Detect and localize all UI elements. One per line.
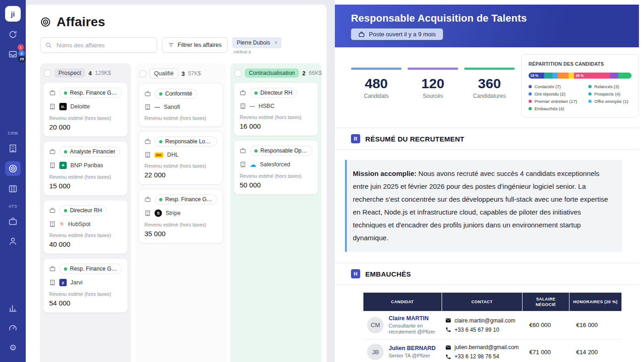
deal-card[interactable]: Conformité — Sanofi Revenu estimé (hors … <box>138 83 223 127</box>
deal-card[interactable]: Resp. Finance Groupe D. Deloitte Revenu … <box>43 82 128 137</box>
hired-table: CANDIDAT CONTACT SALAIRE NÉGOCIÉ HONORAI… <box>363 293 621 362</box>
deal-card[interactable]: Responsable Opérations ☁ Salesforced Rev… <box>234 140 318 195</box>
stat-label: Candidats <box>351 93 402 99</box>
stat-sources: 120 Sourcés <box>408 68 458 99</box>
company-icon <box>49 279 56 286</box>
company-icon <box>144 104 151 110</box>
jobs-icon[interactable] <box>5 215 21 228</box>
column-status-badge: Qualifié <box>150 68 178 79</box>
company-icon <box>49 221 56 227</box>
candidate-phone[interactable]: +33 6 12 98 76 54 <box>454 353 499 360</box>
salesforce-logo-icon: ☁ <box>250 161 256 168</box>
candidate-phone[interactable]: +33 6 45 67 89 10 <box>454 327 499 333</box>
job-icon <box>240 147 246 154</box>
deals-toolbar: Filtrer les affaires Pierre Dubois ✕ Att… <box>40 37 322 54</box>
hired-row[interactable]: JB Julien BERNARD Senior TA @Pfizer juli… <box>363 339 621 362</box>
legend-dot <box>529 100 532 103</box>
candidate-email[interactable]: claire.martin@gmail.com <box>454 317 515 324</box>
candidate-name[interactable]: Claire MARTIN <box>389 315 438 322</box>
job-title-pill: Directeur RH <box>250 88 297 98</box>
job-title: Responsable Acquisition de Talents <box>351 12 639 24</box>
stat-bar <box>408 68 458 70</box>
candidate-role: Senior TA @Pfizer <box>389 353 436 359</box>
kanban-board: Prospect 4 129K$ Resp. Finance Groupe D.… <box>40 63 322 362</box>
hired-row[interactable]: CM Claire MARTIN Consultante en recrutem… <box>363 311 621 339</box>
column-status-badge: Prospect <box>54 68 85 78</box>
deal-card[interactable]: Resp. Finance Groupe ji Jarvi Revenu est… <box>43 258 128 313</box>
companies-icon[interactable] <box>5 141 21 155</box>
remove-assignee-icon[interactable]: ✕ <box>274 40 278 45</box>
deals-panel: Affaires Filtrer les affaires Pierre Dub… <box>26 5 327 362</box>
deal-card[interactable]: Responsable Logistique DHL DHL Revenu es… <box>138 131 223 185</box>
stat-value: 480 <box>351 76 402 91</box>
jarvi-logo-icon: ji <box>59 279 67 286</box>
stat-bar <box>464 68 515 70</box>
status-dot <box>159 92 162 96</box>
deal-card[interactable]: Directeur RH ✳ HubSpot Revenu estimé (ho… <box>43 200 128 254</box>
bar-segment: 15 % <box>529 73 544 79</box>
assignee-label: Attribué à <box>232 50 251 54</box>
filter-button-label: Filtrer les affaires <box>178 42 222 48</box>
bar-segment: 35 % <box>574 73 610 79</box>
stat-candidatures: 360 Candidatures <box>464 68 515 99</box>
revenue-amount: 35 000 <box>144 230 217 238</box>
kanban-column-contractualisation: Contractualisation 2 66K$ Directeur RH —… <box>230 63 322 362</box>
revenue-amount: 20 000 <box>49 123 122 131</box>
deal-card[interactable]: Resp. Finance Groupe S Stripe Revenu est… <box>138 189 223 243</box>
job-title-pill: Conformité <box>155 89 197 99</box>
col-header-contact: CONTACT <box>442 293 523 311</box>
candidate-email[interactable]: julien.bernard@gmail.com <box>454 344 519 351</box>
column-total: 57K$ <box>188 70 201 77</box>
assignee-chip[interactable]: Pierre Dubois ✕ <box>232 37 282 48</box>
job-icon <box>240 90 246 96</box>
email-icon <box>445 317 451 323</box>
revenue-label: Revenu estimé (hors taxes) <box>144 115 217 121</box>
col-header-honoraires: HONORAIRES (20 %) <box>569 293 621 311</box>
column-checkbox[interactable] <box>235 70 242 77</box>
status-dot <box>64 150 67 153</box>
deal-card[interactable]: Analyste Financier ✦ BNP Paribas Revenu … <box>43 141 128 196</box>
settings-icon[interactable]: ⚙ <box>5 341 21 355</box>
candidate-name[interactable]: Julien BERNARD <box>389 345 436 351</box>
job-title-pill: Resp. Finance Groupe <box>59 264 122 274</box>
search-input[interactable] <box>56 41 152 49</box>
bar-segment <box>544 73 552 79</box>
company-icon <box>49 162 56 169</box>
job-icon <box>144 138 151 145</box>
column-count: 2 <box>302 70 305 77</box>
pipeline-icon[interactable] <box>5 182 21 196</box>
sanofi-logo-icon: — <box>155 104 160 110</box>
candidate-repartition-card: RÉPARTITION DES CANDIDATS 15 % 35 % Cont… <box>521 54 639 118</box>
column-checkbox[interactable] <box>44 70 51 77</box>
inbox-badge-red: 1 <box>17 44 24 51</box>
status-dot <box>254 149 258 153</box>
bar-segment <box>552 73 558 79</box>
deals-header: Affaires <box>40 15 322 29</box>
app-logo-text: ji <box>11 10 15 18</box>
refresh-icon[interactable] <box>5 28 21 41</box>
dashboard-icon[interactable] <box>5 321 21 335</box>
inbox-badge-count: 25 <box>18 56 26 62</box>
candidates-icon[interactable] <box>5 234 21 248</box>
deal-card[interactable]: Directeur RH — HSBC Revenu estimé (hors … <box>234 82 318 136</box>
inbox-icon[interactable]: 1 2 25 <box>5 47 21 61</box>
job-icon <box>49 90 56 96</box>
reports-icon[interactable] <box>5 301 21 315</box>
job-open-badge-label: Poste ouvert il y a 9 mois <box>369 31 436 38</box>
column-checkbox[interactable] <box>139 70 146 77</box>
filter-button[interactable]: Filtrer les affaires <box>162 37 228 53</box>
company-icon <box>240 103 246 109</box>
company-icon <box>240 161 246 168</box>
revenue-amount: 22 000 <box>144 171 217 179</box>
app-logo[interactable]: ji <box>5 6 21 22</box>
deals-icon[interactable] <box>5 161 21 176</box>
stat-bar <box>351 68 402 70</box>
job-panel: Responsable Acquisition de Talents Poste… <box>335 0 644 362</box>
legend-item: Prospects (4) <box>588 91 632 96</box>
hsbc-logo-icon: — <box>250 103 255 109</box>
job-icon <box>144 196 151 203</box>
job-title-pill: Responsable Opérations <box>250 146 312 156</box>
repartition-bar: 15 % 35 % <box>529 73 632 79</box>
resume-section-icon: R <box>351 134 360 143</box>
column-count: 4 <box>88 70 92 77</box>
